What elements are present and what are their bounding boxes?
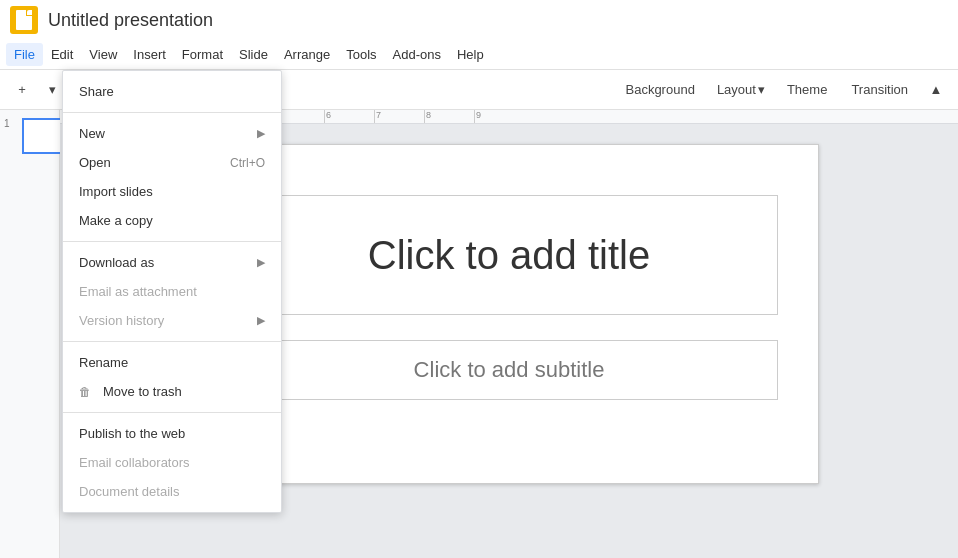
- ruler-mark-9: 9: [474, 110, 524, 124]
- title-bar: Untitled presentation: [0, 0, 958, 40]
- trash-icon: 🗑: [79, 385, 91, 399]
- open-shortcut: Ctrl+O: [230, 156, 265, 170]
- transition-button[interactable]: Transition: [841, 78, 918, 101]
- slide-subtitle-area[interactable]: Click to add subtitle: [240, 340, 778, 400]
- new-arrow: ▶: [257, 127, 265, 140]
- layout-label: Layout: [717, 82, 756, 97]
- file-menu-rename[interactable]: Rename: [63, 348, 281, 377]
- file-menu-share[interactable]: Share: [63, 77, 281, 106]
- menu-help[interactable]: Help: [449, 43, 492, 66]
- ruler-mark-8: 8: [424, 110, 474, 124]
- slide-number: 1: [4, 118, 10, 129]
- doc-title[interactable]: Untitled presentation: [48, 10, 213, 31]
- file-menu-open[interactable]: Open Ctrl+O: [63, 148, 281, 177]
- theme-button[interactable]: Theme: [777, 78, 837, 101]
- file-menu-email-attachment: Email as attachment: [63, 277, 281, 306]
- file-menu-make-copy[interactable]: Make a copy: [63, 206, 281, 235]
- menu-group-rename: Rename 🗑 Move to trash: [63, 341, 281, 412]
- file-menu-import-slides[interactable]: Import slides: [63, 177, 281, 206]
- file-menu-document-details: Document details: [63, 477, 281, 506]
- slide-title-area[interactable]: Click to add title: [240, 195, 778, 315]
- layout-dropdown-icon: ▾: [758, 82, 765, 97]
- main-area: 1 1 2 3 4 5 6 7 8 9 Click to add title: [0, 110, 958, 558]
- file-dropdown-menu: Share New ▶ Open Ctrl+O Import slides Ma…: [62, 70, 282, 513]
- menu-group-file-ops: New ▶ Open Ctrl+O Import slides Make a c…: [63, 112, 281, 241]
- menu-bar: File Edit View Insert Format Slide Arran…: [0, 40, 958, 70]
- slide-panel: 1: [0, 110, 60, 558]
- menu-addons[interactable]: Add-ons: [385, 43, 449, 66]
- file-menu-move-to-trash[interactable]: 🗑 Move to trash: [63, 377, 281, 406]
- menu-view[interactable]: View: [81, 43, 125, 66]
- file-menu-new[interactable]: New ▶: [63, 119, 281, 148]
- file-menu-email-collaborators: Email collaborators: [63, 448, 281, 477]
- slide-item-1[interactable]: 1: [22, 118, 55, 154]
- menu-slide[interactable]: Slide: [231, 43, 276, 66]
- menu-format[interactable]: Format: [174, 43, 231, 66]
- slide-subtitle-text: Click to add subtitle: [414, 357, 605, 383]
- file-menu-publish-web[interactable]: Publish to the web: [63, 419, 281, 448]
- app-icon: [10, 6, 38, 34]
- slide-canvas: Click to add title Click to add subtitle: [199, 144, 819, 484]
- layout-button[interactable]: Layout ▾: [709, 78, 773, 101]
- collapse-icon[interactable]: ▲: [922, 76, 950, 104]
- menu-edit[interactable]: Edit: [43, 43, 81, 66]
- menu-file[interactable]: File: [6, 43, 43, 66]
- menu-group-download: Download as ▶ Email as attachment Versio…: [63, 241, 281, 341]
- background-button[interactable]: Background: [615, 78, 704, 101]
- toolbar-right: Background Layout ▾ Theme Transition ▲: [615, 76, 950, 104]
- file-menu-download-as[interactable]: Download as ▶: [63, 248, 281, 277]
- ruler-mark-6: 6: [324, 110, 374, 124]
- add-button[interactable]: +: [8, 76, 36, 104]
- menu-group-publish: Publish to the web Email collaborators D…: [63, 412, 281, 512]
- file-menu-version-history: Version history ▶: [63, 306, 281, 335]
- menu-insert[interactable]: Insert: [125, 43, 174, 66]
- menu-tools[interactable]: Tools: [338, 43, 384, 66]
- ruler-mark-7: 7: [374, 110, 424, 124]
- menu-arrange[interactable]: Arrange: [276, 43, 338, 66]
- download-arrow: ▶: [257, 256, 265, 269]
- menu-group-share: Share: [63, 71, 281, 112]
- slide-title-text: Click to add title: [368, 233, 650, 278]
- version-arrow: ▶: [257, 314, 265, 327]
